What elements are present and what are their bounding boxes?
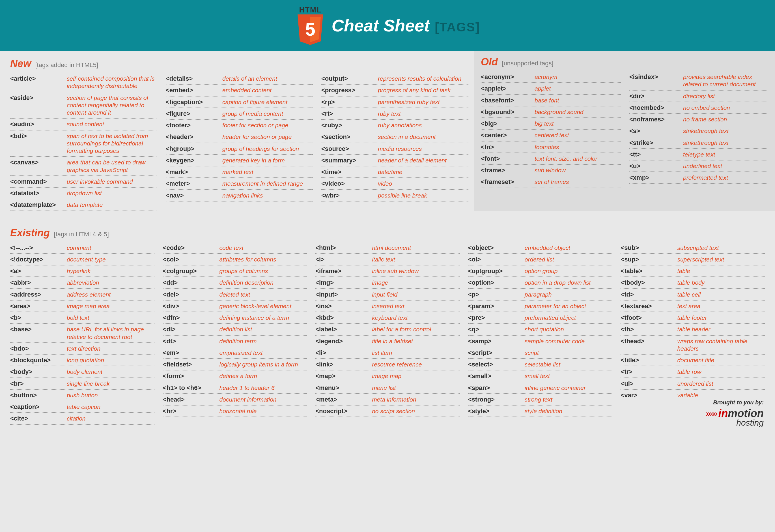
tag-row: <wbr>possible line break [321, 190, 469, 201]
tag-row: <th>table header [621, 324, 765, 335]
tag-row: <tt>teletype text [629, 149, 769, 160]
tag-description: text font, size, and color [535, 155, 621, 162]
tag-description: group of headings for section [222, 145, 313, 152]
tag-row: <kbd>keyboard text [315, 312, 460, 324]
tag-description: underlined text [683, 162, 769, 170]
section-old-subtitle: [unsupported tags] [502, 60, 553, 67]
tag-description: html document [372, 244, 460, 251]
tag-column: <details>details of an element<embed>emb… [166, 73, 313, 211]
tag-description: emphasized text [219, 349, 307, 357]
brand-in: in [718, 408, 728, 419]
tag-description: navigation links [222, 192, 313, 199]
tag-description: area that can be used to draw graphics v… [67, 159, 157, 174]
tag-name: <meta> [315, 396, 372, 403]
tag-description: list item [372, 349, 460, 357]
tag-description: preformatted text [683, 174, 769, 181]
tag-name: <pre> [468, 314, 525, 322]
tag-description: citation [67, 415, 154, 422]
tag-row: <sub>subscripted text [621, 242, 765, 254]
tag-name: <table> [621, 268, 677, 275]
tag-description: self-contained composition that is indep… [67, 75, 157, 90]
tag-description: generated key in a form [222, 157, 313, 164]
tag-name: <iframe> [315, 268, 372, 275]
tag-description: footnotes [535, 143, 621, 151]
tag-row: <hr>horizontal rule [163, 406, 307, 417]
tag-name: <div> [163, 303, 219, 310]
tag-row: <big>big text [481, 118, 621, 130]
tag-row: <bdo>text direction [10, 343, 154, 355]
tag-row: <font>text font, size, and color [481, 153, 621, 165]
tag-name: <acronym> [481, 73, 535, 81]
tag-description: sub window [535, 167, 621, 174]
tag-name: <select> [468, 361, 525, 368]
tag-description: header 1 to header 6 [219, 384, 307, 392]
tag-description: span of text to be isolated from surroun… [67, 132, 157, 155]
tag-name: <caption> [10, 403, 67, 411]
tag-description: single line break [67, 380, 154, 387]
tag-row: <dfn>defining instance of a term [163, 312, 307, 324]
tag-description: bold text [67, 314, 154, 322]
tag-name: <mark> [166, 168, 222, 176]
old-cols: <acronym>acronym<applet>applet<basefont>… [481, 71, 769, 188]
tag-description: option group [525, 268, 612, 275]
tag-name: <object> [468, 244, 525, 251]
tag-name: <fn> [481, 143, 535, 151]
tag-row: <tr>table row [621, 366, 765, 378]
section-existing-title: Existing [10, 227, 50, 238]
tag-description: menu list [372, 384, 460, 392]
tag-row: <noscript>no script section [315, 406, 460, 417]
tag-description: document title [677, 357, 765, 364]
tag-row: <frame>sub window [481, 165, 621, 176]
tag-column: <html>html document<i>italic text<iframe… [315, 242, 460, 425]
tag-row: <section>section in a document [321, 131, 469, 143]
tag-row: <dd>definition description [163, 277, 307, 289]
section-existing-subtitle: [tags in HTML4 & 5] [54, 230, 109, 238]
tag-name: <option> [468, 279, 525, 287]
tag-name: <colgroup> [163, 268, 219, 275]
tag-name: <legend> [315, 338, 372, 345]
tag-description: defines a form [219, 372, 307, 380]
tag-row: <a>hyperlink [10, 265, 154, 277]
tag-description: possible line break [378, 192, 469, 199]
tag-name: <isindex> [629, 73, 683, 81]
tag-description: table footer [677, 314, 765, 322]
tag-description: groups of columns [219, 268, 307, 275]
section-new-title: New [10, 58, 31, 69]
tag-name: <dl> [163, 326, 219, 333]
tag-row: <time>date/time [321, 166, 469, 178]
tag-description: resource reference [372, 361, 460, 368]
tag-description: attributes for columns [219, 256, 307, 263]
tag-name: <button> [10, 392, 67, 399]
tag-description: footer for section or page [222, 122, 313, 129]
tag-description: strong text [525, 396, 612, 403]
tag-row: <small>small text [468, 371, 612, 382]
tag-name: <address> [10, 291, 67, 298]
tag-row: <aside>section of page that consists of … [10, 92, 157, 119]
tag-row: <samp>sample computer code [468, 336, 612, 347]
tag-name: <link> [315, 361, 372, 368]
tag-name: <h1> to <h6> [163, 384, 219, 392]
tag-description: long quotation [67, 357, 154, 364]
tag-name: <output> [321, 75, 378, 82]
tag-description: table [677, 268, 765, 275]
tag-row: <frameset>set of frames [481, 176, 621, 188]
tag-row: <title>document title [621, 355, 765, 366]
tag-row: <nav>navigation links [166, 190, 313, 201]
tag-column: <!--...-->comment<!doctype>document type… [10, 242, 154, 425]
tag-row: <strong>strong text [468, 394, 612, 406]
tag-row: <link>resource reference [315, 359, 460, 371]
tag-name: <footer> [166, 122, 222, 129]
tag-description: applet [535, 85, 621, 92]
tag-description: acronym [535, 73, 621, 81]
tag-name: <dt> [163, 338, 219, 345]
tag-description: no frame section [683, 116, 769, 123]
tag-description: group of media content [222, 110, 313, 117]
tag-name: <source> [321, 145, 378, 152]
tag-row: <br>single line break [10, 378, 154, 390]
tag-name: <center> [481, 132, 535, 139]
tag-row: <abbr>abbreviation [10, 277, 154, 289]
tag-row: <summary>header of a detail element [321, 155, 469, 166]
tag-row: <q>short quotation [468, 324, 612, 335]
tag-name: <rp> [321, 98, 378, 106]
footer-brand: Brought to you by: »»» inmotion hosting [706, 399, 764, 428]
